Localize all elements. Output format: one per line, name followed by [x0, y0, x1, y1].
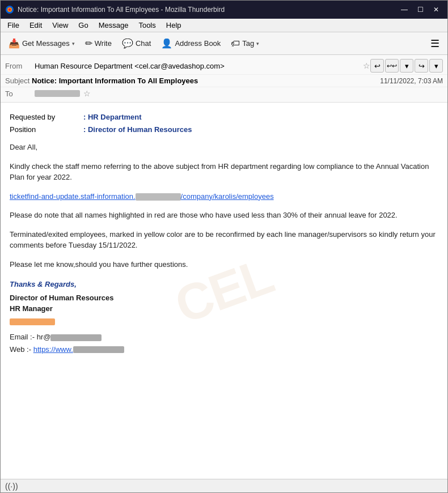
- email-signature: Thanks & Regards, Director of Human Reso…: [10, 279, 438, 355]
- phishing-link[interactable]: ticketfind-and-update.staff-information.…: [10, 192, 274, 201]
- to-label: To: [5, 90, 35, 98]
- write-label: Write: [95, 39, 112, 48]
- reply-all-button[interactable]: ↩↩: [385, 59, 399, 73]
- status-bar: ((·)): [1, 479, 447, 492]
- window-controls: — ☐ ✕: [398, 4, 443, 15]
- sig-web-text: https://www.: [33, 345, 73, 354]
- menu-message[interactable]: Message: [94, 20, 133, 31]
- minimize-button[interactable]: —: [398, 4, 411, 15]
- from-row: From Human Resource Department <cel.car@…: [1, 57, 447, 75]
- window-title: Notice: Important Information To All Emp…: [18, 6, 225, 14]
- hamburger-menu-button[interactable]: ☰: [426, 35, 444, 52]
- address-book-icon: 👤: [161, 38, 172, 49]
- email-body: CEL Requested by : HR Department Positio…: [1, 103, 447, 479]
- more-actions-button[interactable]: ▾: [429, 59, 443, 73]
- chat-label: Chat: [136, 39, 151, 48]
- tag-dropdown-icon[interactable]: ▾: [256, 41, 259, 46]
- email-header: From Human Resource Department <cel.car@…: [1, 55, 447, 103]
- sig-email-blurred: [50, 334, 102, 341]
- from-label: From: [5, 62, 35, 70]
- scroll-down-button[interactable]: ▾: [400, 59, 413, 73]
- menu-go[interactable]: Go: [74, 20, 92, 31]
- sig-web-blurred: [73, 346, 124, 353]
- get-messages-label: Get Messages: [22, 39, 70, 48]
- menu-tools[interactable]: Tools: [134, 20, 160, 31]
- subject-value: Notice: Important Information To All Emp…: [32, 76, 198, 85]
- close-button[interactable]: ✕: [429, 4, 443, 15]
- get-messages-button[interactable]: 📥 Get Messages ▾: [4, 36, 79, 51]
- email-action-buttons: ↩ ↩↩ ▾ ↪ ▾: [370, 59, 443, 73]
- title-bar: Notice: Important Information To All Emp…: [1, 1, 447, 19]
- to-star-icon[interactable]: ☆: [83, 89, 91, 98]
- greeting: Dear All,: [10, 142, 438, 153]
- sig-email-label: Email :-: [10, 333, 35, 341]
- sig-email-row: Email :- hr@: [10, 332, 438, 343]
- position-val: : Director of Human Resources: [83, 124, 192, 135]
- tag-button[interactable]: 🏷 Tag ▾: [226, 36, 264, 51]
- menu-edit[interactable]: Edit: [25, 20, 47, 31]
- toolbar: 📥 Get Messages ▾ ✏ Write 💬 Chat 👤 Addres…: [1, 32, 447, 55]
- tag-icon: 🏷: [231, 39, 240, 49]
- menu-view[interactable]: View: [48, 20, 73, 31]
- position-key: Position: [10, 124, 83, 135]
- email-timestamp: 11/11/2022, 7:03 AM: [380, 77, 443, 85]
- menu-file[interactable]: File: [3, 20, 24, 31]
- sig-thanks: Thanks & Regards,: [10, 279, 438, 290]
- subject-label: Subject: [5, 76, 29, 85]
- requested-by-key: Requested by: [10, 112, 83, 123]
- from-star-icon[interactable]: ☆: [363, 61, 370, 70]
- maximize-button[interactable]: ☐: [413, 4, 427, 15]
- svg-point-2: [9, 8, 11, 11]
- phish-link-blurred: [136, 193, 181, 201]
- app-icon: [5, 5, 14, 14]
- write-button[interactable]: ✏ Write: [81, 36, 116, 51]
- address-book-label: Address Book: [175, 39, 221, 48]
- sig-email-value: hr@: [37, 333, 51, 341]
- sig-web-row: Web :- https://www.: [10, 344, 438, 355]
- wifi-icon: ((·)): [5, 482, 18, 491]
- body-para-1: Kindly check the staff memo referring to…: [10, 161, 438, 183]
- sig-title-2: HR Manager: [10, 303, 438, 314]
- get-messages-dropdown-icon[interactable]: ▾: [72, 41, 75, 46]
- email-content: Requested by : HR Department Position : …: [10, 112, 438, 355]
- to-row: To ☆: [1, 87, 447, 100]
- phishing-link-container: ticketfind-and-update.staff-information.…: [10, 191, 438, 202]
- phish-link-text: ticketfind-and-update.staff-information.: [10, 192, 136, 201]
- requested-by-val: : HR Department: [83, 112, 142, 123]
- address-book-button[interactable]: 👤 Address Book: [157, 36, 225, 51]
- sig-web-link[interactable]: https://www.: [33, 345, 124, 354]
- phish-link-end: /company/karolis/employees: [181, 192, 274, 201]
- menu-bar: File Edit View Go Message Tools Help: [1, 19, 447, 32]
- tag-label: Tag: [242, 39, 254, 48]
- requested-by-row: Requested by : HR Department: [10, 112, 438, 123]
- chat-button[interactable]: 💬 Chat: [117, 36, 155, 51]
- body-para-2: Please do note that all names highlighte…: [10, 210, 438, 221]
- menu-help[interactable]: Help: [162, 20, 186, 31]
- body-para-3: Terminated/exited employees, marked in y…: [10, 229, 438, 251]
- sig-phone-blurred: [10, 318, 55, 325]
- get-messages-icon: 📥: [9, 38, 20, 49]
- info-block: Requested by : HR Department Position : …: [10, 112, 438, 135]
- to-value-blurred: [35, 90, 80, 97]
- sig-web-label: Web :-: [10, 345, 31, 354]
- body-para-4: Please let me know,should you have furth…: [10, 259, 438, 270]
- write-icon: ✏: [85, 38, 92, 49]
- subject-row: Subject Notice: Important Information To…: [1, 75, 447, 87]
- chat-icon: 💬: [122, 38, 133, 49]
- position-row: Position : Director of Human Resources: [10, 124, 438, 135]
- reply-button[interactable]: ↩: [370, 59, 384, 73]
- forward-button[interactable]: ↪: [415, 59, 428, 73]
- from-value: Human Resource Department <cel.car@aveda…: [35, 62, 363, 70]
- sig-title-1: Director of Human Resources: [10, 292, 438, 304]
